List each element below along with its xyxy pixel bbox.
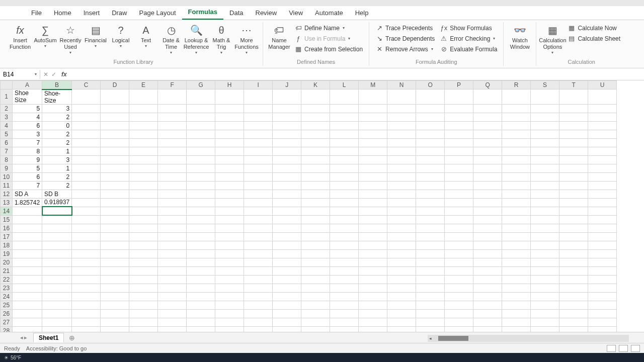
cell[interactable] <box>588 215 617 224</box>
cell[interactable] <box>359 224 387 232</box>
row-header[interactable]: 8 <box>1 155 13 164</box>
cell[interactable] <box>244 309 273 318</box>
cell[interactable]: 4 <box>13 113 42 121</box>
cell[interactable] <box>445 232 473 241</box>
cell[interactable] <box>473 318 502 326</box>
cell[interactable] <box>445 241 473 249</box>
cell[interactable] <box>215 232 244 241</box>
define-name-button[interactable]: 🏷Define Name▾ <box>292 23 365 33</box>
cell[interactable] <box>42 224 72 232</box>
row-header[interactable]: 28 <box>1 326 13 332</box>
cell[interactable] <box>72 326 101 332</box>
cell[interactable] <box>129 301 158 309</box>
cell[interactable] <box>588 155 617 164</box>
cell[interactable] <box>187 275 215 284</box>
cell[interactable] <box>101 215 129 224</box>
tab-draw[interactable]: Draw <box>106 6 133 20</box>
cell[interactable] <box>502 164 531 172</box>
cell[interactable] <box>244 275 273 284</box>
cell[interactable] <box>215 266 244 275</box>
cell[interactable] <box>330 232 359 241</box>
cell[interactable] <box>72 121 101 130</box>
cell[interactable] <box>445 275 473 284</box>
cell[interactable] <box>559 266 588 275</box>
cell[interactable] <box>129 224 158 232</box>
cell[interactable] <box>187 292 215 301</box>
cell[interactable] <box>359 318 387 326</box>
cell[interactable] <box>273 224 301 232</box>
cell[interactable] <box>187 172 215 181</box>
cell[interactable] <box>273 266 301 275</box>
cell[interactable] <box>559 104 588 113</box>
cell[interactable] <box>559 232 588 241</box>
cell[interactable]: 3 <box>42 104 72 113</box>
cell[interactable] <box>72 241 101 249</box>
cell[interactable] <box>158 249 187 258</box>
cell[interactable] <box>129 275 158 284</box>
cell[interactable] <box>473 224 502 232</box>
cell[interactable] <box>244 258 273 266</box>
cell[interactable] <box>42 292 72 301</box>
cell[interactable] <box>559 284 588 292</box>
cell[interactable] <box>187 181 215 190</box>
cell[interactable] <box>72 130 101 138</box>
cell[interactable] <box>215 172 244 181</box>
cell[interactable] <box>244 181 273 190</box>
cell[interactable] <box>445 318 473 326</box>
cell[interactable] <box>359 266 387 275</box>
cell[interactable] <box>101 241 129 249</box>
cell[interactable] <box>301 292 330 301</box>
cell[interactable] <box>244 89 273 105</box>
cell[interactable] <box>416 215 445 224</box>
cell[interactable] <box>531 241 559 249</box>
tab-file[interactable]: File <box>25 6 48 20</box>
cell[interactable] <box>416 172 445 181</box>
cell[interactable] <box>13 241 42 249</box>
cell[interactable] <box>559 326 588 332</box>
cell[interactable] <box>588 198 617 207</box>
cell[interactable] <box>502 292 531 301</box>
cell[interactable] <box>387 241 416 249</box>
cell[interactable] <box>502 249 531 258</box>
cell[interactable] <box>101 207 129 215</box>
cell[interactable] <box>187 130 215 138</box>
row-header[interactable]: 7 <box>1 147 13 155</box>
cell[interactable] <box>588 181 617 190</box>
cell[interactable] <box>215 147 244 155</box>
cell[interactable] <box>588 113 617 121</box>
cell[interactable] <box>588 224 617 232</box>
cell[interactable] <box>101 224 129 232</box>
cell[interactable] <box>387 89 416 105</box>
cell[interactable] <box>244 113 273 121</box>
cell[interactable] <box>301 89 330 105</box>
cell[interactable] <box>273 301 301 309</box>
column-header[interactable]: N <box>387 81 416 89</box>
cell[interactable] <box>72 215 101 224</box>
cell[interactable] <box>531 309 559 318</box>
column-header[interactable]: A <box>13 81 42 89</box>
cell[interactable] <box>387 301 416 309</box>
error-checking-button[interactable]: ⚠Error Checking▾ <box>438 34 499 43</box>
cell[interactable]: 0 <box>42 121 72 130</box>
enter-icon[interactable]: ✓ <box>51 71 56 78</box>
cell[interactable] <box>416 130 445 138</box>
tab-review[interactable]: Review <box>250 6 283 20</box>
cell[interactable] <box>531 147 559 155</box>
cell[interactable] <box>445 309 473 318</box>
cell[interactable] <box>502 198 531 207</box>
cell[interactable] <box>42 275 72 284</box>
cell[interactable] <box>301 309 330 318</box>
cell[interactable] <box>301 138 330 147</box>
cell[interactable] <box>158 172 187 181</box>
cell[interactable] <box>387 326 416 332</box>
row-header[interactable]: 14 <box>1 207 13 215</box>
cell[interactable] <box>72 292 101 301</box>
cell[interactable] <box>158 224 187 232</box>
cell[interactable] <box>531 318 559 326</box>
cell[interactable] <box>158 198 187 207</box>
cell[interactable] <box>101 198 129 207</box>
cell[interactable] <box>473 190 502 198</box>
cell[interactable] <box>101 309 129 318</box>
row-header[interactable]: 11 <box>1 181 13 190</box>
cell[interactable] <box>215 215 244 224</box>
